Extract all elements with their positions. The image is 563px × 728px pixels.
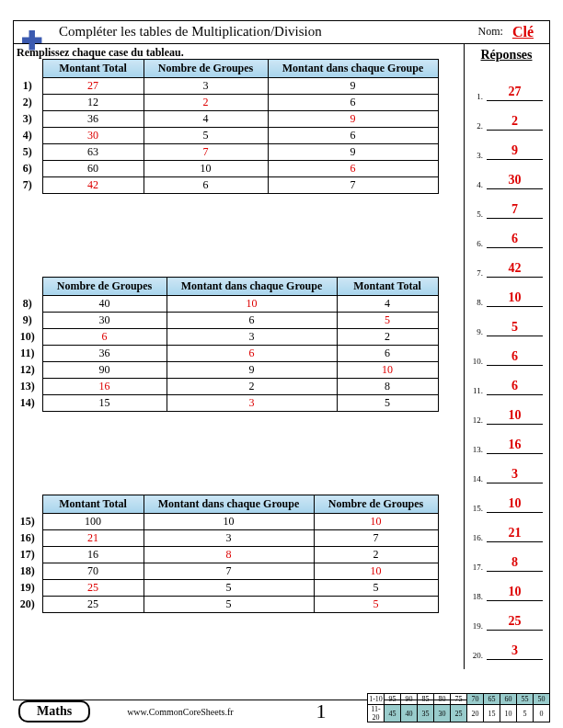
column-header: Montant dans chaque Groupe: [268, 60, 438, 78]
cell: 6: [42, 329, 167, 346]
cell: 100: [42, 514, 144, 530]
footer-url: www.CommonCoreSheets.fr: [127, 707, 233, 717]
answer-number: 13.: [470, 445, 483, 454]
score-cell: 15: [484, 705, 500, 722]
answer-row: 11.6: [465, 366, 548, 395]
answer-number: 8.: [470, 298, 483, 307]
answer-number: 4.: [470, 180, 483, 189]
row-number: 7): [17, 177, 42, 194]
cell: 5: [144, 580, 314, 597]
answer-number: 19.: [470, 621, 483, 631]
answer-number: 7.: [470, 268, 483, 278]
cell: 6: [268, 95, 438, 111]
answer-row: 7.42: [465, 248, 548, 278]
cell: 3: [167, 395, 337, 412]
table-row: 10)632: [17, 329, 438, 346]
answer-value: 5: [487, 320, 543, 336]
answer-row: 5.7: [465, 189, 548, 219]
answer-number: 5.: [470, 210, 483, 219]
answer-value: 2: [487, 114, 543, 131]
cell: 12: [42, 95, 144, 111]
row-number: 20): [17, 597, 42, 613]
cell: 7: [314, 530, 438, 547]
table-row: 16)2137: [17, 530, 438, 547]
answer-value: 42: [487, 261, 543, 278]
table-row: 5)6379: [17, 144, 438, 161]
score-cell: 65: [484, 694, 500, 705]
answer-row: 4.30: [465, 160, 548, 189]
score-cell: 90: [401, 694, 418, 705]
answer-row: 16.21: [465, 513, 548, 542]
row-number: 10): [17, 329, 42, 346]
cell: 6: [268, 161, 438, 177]
cell: 2: [167, 379, 337, 395]
answer-row: 18.10: [465, 572, 548, 601]
name-label: Nom:: [478, 25, 503, 39]
table-row: 17)1682: [17, 547, 438, 563]
answer-number: 10.: [470, 357, 483, 366]
column-header: Montant dans chaque Groupe: [144, 495, 314, 514]
cell: 5: [337, 395, 438, 412]
table-row: 8)40104: [17, 296, 438, 313]
score-cell: 70: [467, 694, 484, 705]
cell: 5: [314, 580, 438, 597]
table-row: 19)2555: [17, 580, 438, 597]
cell: 3: [144, 78, 268, 95]
cell: 25: [42, 580, 144, 597]
cell: 10: [314, 514, 438, 530]
answer-value: 10: [487, 290, 543, 307]
cell: 7: [268, 177, 438, 194]
answer-number: 11.: [470, 386, 483, 395]
answers-column: Réponses 1.272.23.94.305.76.67.428.109.5…: [464, 44, 548, 669]
table-row: 20)2555: [17, 597, 438, 613]
score-cell: 55: [517, 694, 534, 705]
answer-row: 9.5: [465, 307, 548, 336]
row-number: 12): [17, 362, 42, 379]
column-header: Nombre de Groupes: [42, 278, 167, 296]
answer-row: 15.10: [465, 483, 548, 513]
cell: 2: [144, 95, 268, 111]
score-cell: 35: [418, 705, 434, 722]
score-cell: 30: [434, 705, 451, 722]
score-cell: 25: [451, 705, 467, 722]
column-header: Nombre de Groupes: [314, 495, 438, 514]
cell: 6: [337, 346, 438, 362]
header: ✚ Compléter les tables de Multiplication…: [13, 20, 550, 44]
cell: 5: [337, 313, 438, 329]
cell: 30: [42, 313, 167, 329]
answer-value: 3: [487, 467, 543, 483]
cell: 4: [144, 111, 268, 128]
answer-row: 8.10: [465, 278, 548, 307]
answer-number: 18.: [470, 592, 483, 601]
row-number: 11): [17, 346, 42, 362]
row-number: 8): [17, 296, 42, 313]
score-cell: 80: [434, 694, 451, 705]
cell: 70: [42, 563, 144, 580]
answer-number: 1.: [470, 92, 483, 101]
answer-row: 2.2: [465, 101, 548, 131]
table-row: 4)3056: [17, 128, 438, 144]
data-table: Montant TotalNombre de GroupesMontant da…: [17, 59, 439, 194]
column-header: Montant Total: [337, 278, 438, 296]
answer-value: 8: [487, 555, 543, 572]
row-number: 5): [17, 144, 42, 161]
score-label: 1-10: [368, 694, 385, 705]
answer-row: 17.8: [465, 542, 548, 572]
answer-number: 9.: [470, 327, 483, 336]
column-header: Montant dans chaque Groupe: [167, 278, 337, 296]
row-number: 14): [17, 395, 42, 412]
cell: 6: [268, 128, 438, 144]
cell: 30: [42, 128, 144, 144]
answer-number: 16.: [470, 533, 483, 542]
score-cell: 95: [385, 694, 401, 705]
cell: 6: [167, 313, 337, 329]
cell: 7: [144, 563, 314, 580]
cell: 5: [314, 597, 438, 613]
cell: 2: [337, 329, 438, 346]
table-row: 6)60106: [17, 161, 438, 177]
answer-row: 1.27: [465, 72, 548, 101]
table-row: 3)3649: [17, 111, 438, 128]
cell: 8: [337, 379, 438, 395]
cell: 15: [42, 395, 167, 412]
cell: 10: [167, 296, 337, 313]
